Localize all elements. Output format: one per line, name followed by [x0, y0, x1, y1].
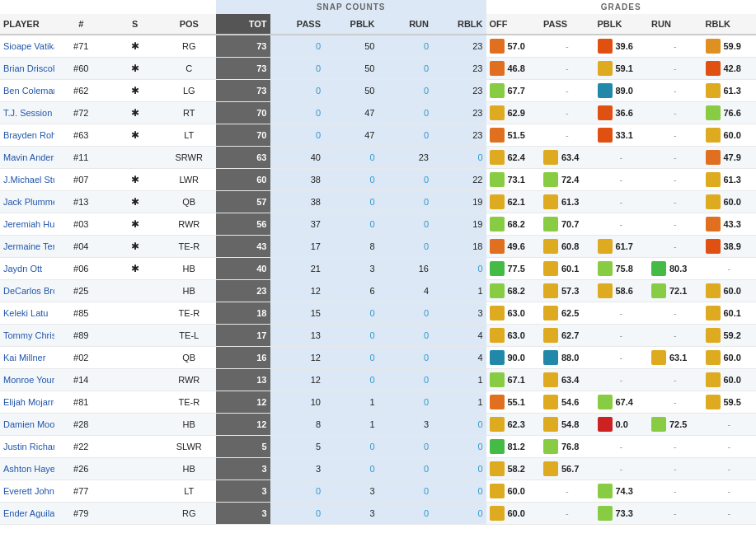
player-number: #85	[54, 302, 109, 325]
player-star	[108, 414, 162, 436]
table-row: Everett Johnson#77LT30300 60.0 - 74.3 --	[0, 480, 756, 503]
player-pos: QB	[162, 191, 217, 213]
player-number: #07	[54, 169, 109, 191]
snap-pass: 3	[270, 458, 325, 480]
snap-pass: 10	[270, 391, 325, 414]
grade-dash: -	[594, 302, 649, 325]
player-number: #63	[54, 124, 109, 147]
grade-cell: 89.0	[594, 80, 649, 102]
player-name[interactable]: Brayden Rohme	[0, 124, 54, 147]
table-row: Jack Plummer#13✱QB57380019 62.1 61.3 -- …	[0, 191, 756, 213]
grade-cell: 46.8	[486, 58, 541, 80]
grade-dash: -	[648, 436, 702, 458]
grade-cell: 59.5	[702, 391, 757, 414]
player-pos: TE-L	[162, 325, 217, 347]
player-name[interactable]: J.Michael Sturdivant	[0, 169, 54, 191]
snap-run: 0	[378, 58, 433, 80]
snap-pblk: 1	[324, 414, 378, 436]
grade-cell: 63.4	[540, 369, 594, 391]
grade-cell: 55.1	[486, 391, 541, 414]
player-star: ✱	[108, 169, 162, 191]
player-number: #77	[54, 480, 109, 503]
player-name[interactable]: Jack Plummer	[0, 191, 54, 213]
table-body: Sioape Vatikani#71✱RG73050023 57.0 - 39.…	[0, 35, 756, 525]
player-number: #79	[54, 503, 109, 525]
snap-tot: 73	[216, 58, 270, 80]
snap-tot: 73	[216, 35, 270, 58]
snap-pass: 0	[270, 35, 325, 58]
snap-pass: 8	[270, 414, 325, 436]
player-name[interactable]: Everett Johnson	[0, 480, 54, 503]
player-star: ✱	[108, 236, 162, 258]
snap-tot: 18	[216, 302, 270, 325]
snap-rblk: 18	[432, 236, 486, 258]
player-star: ✱	[108, 258, 162, 280]
player-name[interactable]: Justin Richard Baker	[0, 436, 54, 458]
grade-cell: 77.5	[486, 258, 541, 280]
player-name[interactable]: Monroe Young	[0, 369, 54, 391]
col-rblk-header: RBLK	[432, 14, 486, 35]
table-row: Kai Millner#02QB1612004 90.0 88.0 - 63.1…	[0, 347, 756, 369]
snap-rblk: 0	[432, 436, 486, 458]
player-name[interactable]: Brian Driscoll	[0, 58, 54, 80]
player-name[interactable]: Jermaine Terry II	[0, 236, 54, 258]
player-name[interactable]: Jaydn Ott	[0, 258, 54, 280]
snap-rblk: 0	[432, 503, 486, 525]
snap-run: 0	[378, 80, 433, 102]
grade-dash: -	[648, 124, 702, 147]
table-row: Sioape Vatikani#71✱RG73050023 57.0 - 39.…	[0, 35, 756, 58]
player-name[interactable]: Keleki Latu	[0, 302, 54, 325]
grades-header: GRADES	[486, 0, 757, 14]
snap-tot: 56	[216, 213, 270, 236]
table-row: Tommy Christakos#89TE-L1713004 63.0 62.7…	[0, 325, 756, 347]
player-name[interactable]: Damien Moore	[0, 414, 54, 436]
player-number: #60	[54, 58, 109, 80]
grade-dash: -	[648, 147, 702, 169]
snap-tot: 16	[216, 347, 270, 369]
player-name[interactable]: Tommy Christakos	[0, 325, 54, 347]
grade-dash: -	[648, 35, 702, 58]
player-pos: LWR	[162, 169, 217, 191]
player-name[interactable]: Kai Millner	[0, 347, 54, 369]
snap-rblk: 19	[432, 213, 486, 236]
player-name[interactable]: Ben Coleman	[0, 80, 54, 102]
grade-cell: 60.1	[702, 302, 757, 325]
player-name[interactable]: T.J. Session	[0, 102, 54, 124]
snap-rblk: 3	[432, 302, 486, 325]
table-row: Mavin Anderson#11SRWR63400230 62.4 63.4 …	[0, 147, 756, 169]
snap-pass: 21	[270, 258, 325, 280]
grade-cell: 60.1	[540, 258, 594, 280]
snap-pblk: 0	[324, 191, 378, 213]
snap-pass: 12	[270, 280, 325, 302]
player-name[interactable]: Ender Aguilar	[0, 503, 54, 525]
snap-run: 0	[378, 369, 433, 391]
grade-cell: 62.4	[486, 147, 541, 169]
snap-pblk: 1	[324, 391, 378, 414]
grade-dash: -	[648, 480, 702, 503]
player-name[interactable]: Sioape Vatikani	[0, 35, 54, 58]
player-name[interactable]: DeCarlos Brooks	[0, 280, 54, 302]
player-pos: HB	[162, 458, 217, 480]
grade-cell: 39.6	[594, 35, 649, 58]
snap-pblk: 8	[324, 236, 378, 258]
grade-cell: 51.5	[486, 124, 541, 147]
snap-pass: 0	[270, 80, 325, 102]
grade-cell: 57.0	[486, 35, 541, 58]
player-name[interactable]: Ashton Hayes	[0, 458, 54, 480]
snap-tot: 3	[216, 503, 270, 525]
grade-cell: 61.7	[594, 236, 649, 258]
grade-cell: 76.8	[540, 436, 594, 458]
player-name[interactable]: Mavin Anderson	[0, 147, 54, 169]
snap-pblk: 3	[324, 503, 378, 525]
grade-dash: -	[540, 102, 594, 124]
player-pos: HB	[162, 258, 217, 280]
grade-cell: 62.3	[486, 414, 541, 436]
player-pos: LT	[162, 124, 217, 147]
snap-tot: 13	[216, 369, 270, 391]
snap-run: 3	[378, 414, 433, 436]
grade-cell: 56.7	[540, 458, 594, 480]
grade-cell: 63.4	[540, 147, 594, 169]
player-name[interactable]: Elijah Mojarro	[0, 391, 54, 414]
player-name[interactable]: Jeremiah Hunter	[0, 213, 54, 236]
grade-dash: -	[702, 258, 757, 280]
